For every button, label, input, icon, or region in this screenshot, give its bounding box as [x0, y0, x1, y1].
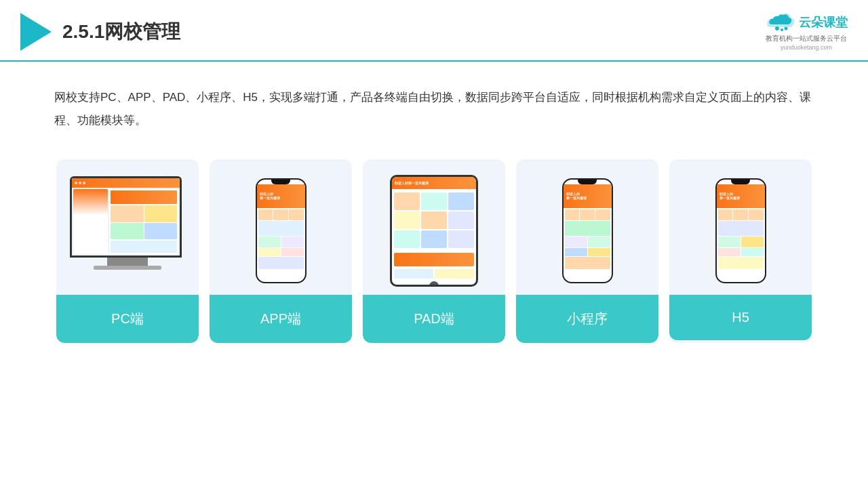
phone-app-mockup: 职进人的第一堂兴趣课	[256, 178, 307, 283]
pc-label: PC端	[56, 295, 199, 343]
description-text: 网校支持PC、APP、PAD、小程序、H5，实现多端打通，产品各终端自由切换，数…	[0, 62, 868, 146]
svg-point-2	[785, 27, 788, 30]
app-label: APP端	[210, 295, 352, 343]
device-cards-container: PC端 职进人的第一堂兴趣课	[0, 152, 868, 363]
svg-point-1	[781, 28, 783, 31]
brand-name: 云朵课堂	[799, 14, 848, 30]
phone-mini-mockup: 职进人的第一堂兴趣课	[562, 178, 613, 283]
pad-label: PAD端	[363, 295, 505, 343]
svg-point-0	[775, 26, 779, 30]
pc-mockup	[70, 176, 185, 285]
cloud-logo-container: 云朵课堂	[765, 12, 848, 33]
h5-label: H5	[669, 295, 812, 340]
pad-image-area: 职进人的第一堂兴趣课	[363, 159, 505, 295]
h5-image-area: 职进人的第一堂兴趣课	[669, 159, 812, 295]
pc-card: PC端	[56, 159, 199, 343]
tablet-mockup: 职进人的第一堂兴趣课	[390, 175, 478, 287]
pc-image-area	[56, 159, 199, 295]
brand-url: yunduoketang.com	[781, 44, 832, 51]
app-image-area: 职进人的第一堂兴趣课	[210, 159, 352, 295]
header-left: 2.5.1网校管理	[20, 13, 180, 51]
page-title: 2.5.1网校管理	[62, 19, 180, 45]
brand-logo: 云朵课堂 教育机构一站式服务云平台 yunduoketang.com	[765, 12, 848, 51]
brand-subtitle: 教育机构一站式服务云平台	[766, 34, 847, 43]
miniprogram-image-area: 职进人的第一堂兴趣课	[516, 159, 658, 295]
pad-card: 职进人的第一堂兴趣课	[363, 159, 505, 343]
app-card: 职进人的第一堂兴趣课	[210, 159, 352, 343]
miniprogram-label: 小程序	[516, 295, 658, 343]
logo-triangle-icon	[20, 13, 52, 51]
phone-h5-mockup: 职进人的第一堂兴趣课	[715, 178, 766, 283]
cloud-icon	[765, 12, 795, 33]
h5-card: 职进人的第一堂兴趣课	[669, 159, 812, 343]
miniprogram-card: 职进人的第一堂兴趣课	[516, 159, 658, 343]
header: 2.5.1网校管理 云朵课堂 教育机构一站式服务云平台 yunduoketang…	[0, 0, 868, 62]
